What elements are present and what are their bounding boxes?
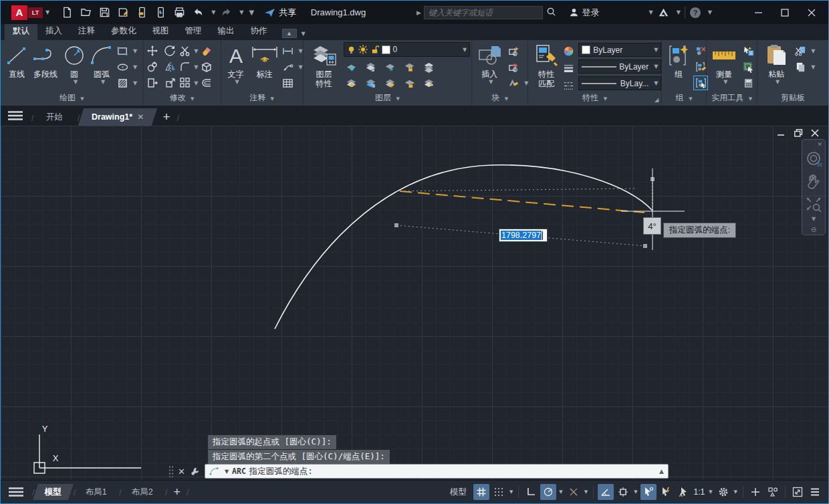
open-drawing-button[interactable]: [78, 5, 94, 21]
panel-label-properties[interactable]: 特性 ▼: [528, 92, 661, 104]
dimension-button[interactable]: 标注: [248, 42, 281, 92]
unisolate-layers-button[interactable]: [364, 76, 378, 90]
group-selection-toggle[interactable]: [694, 76, 707, 90]
cut-caret-icon[interactable]: ▼: [811, 48, 815, 54]
snap-caret-icon[interactable]: ▼: [508, 489, 514, 495]
circle-button[interactable]: 圆 ▼: [61, 42, 88, 92]
ribbon-tab-output[interactable]: 输出: [210, 23, 243, 40]
file-tab-close-icon[interactable]: ✕: [137, 112, 144, 122]
crosshair-customize-button[interactable]: [747, 484, 763, 500]
trim-button[interactable]: ▼: [179, 45, 198, 57]
new-drawing-tab-button[interactable]: +: [162, 110, 170, 124]
layout-tabs-menu-icon[interactable]: [1, 487, 31, 497]
save-to-web-mobile-button[interactable]: [152, 5, 168, 21]
panel-label-groups[interactable]: 组 ▼: [662, 92, 706, 104]
layout-tab-model[interactable]: 模型: [33, 484, 74, 500]
undo-button[interactable]: [190, 5, 206, 21]
properties-dialog-launcher-icon[interactable]: ◢: [655, 97, 659, 103]
redo-button[interactable]: [218, 5, 234, 21]
ribbon-collapse-button[interactable]: ▲ ▼: [282, 29, 306, 38]
autodesk-app-icon[interactable]: [657, 6, 670, 19]
layer-select-dropdown[interactable]: 0 ▼: [344, 42, 471, 57]
command-history-expand-icon[interactable]: ▲: [659, 468, 664, 475]
create-block-button[interactable]: [507, 44, 520, 57]
object-snap-toggle[interactable]: [615, 484, 631, 500]
new-drawing-button[interactable]: [59, 5, 75, 21]
dynamic-input-toggle[interactable]: [658, 484, 674, 500]
panel-label-modify[interactable]: 修改 ▼: [144, 92, 221, 104]
polyline-button[interactable]: 多段线: [30, 42, 61, 92]
zoom-extents-icon[interactable]: [805, 196, 822, 212]
plot-button[interactable]: [171, 5, 187, 21]
search-input[interactable]: [425, 8, 542, 17]
layer-lock-button[interactable]: [403, 60, 417, 74]
navbar-customize-icon[interactable]: ⊖: [811, 226, 816, 233]
navigation-bar[interactable]: ✕ 2D ▼ ⊖: [802, 139, 826, 235]
rotate-button[interactable]: [164, 44, 177, 57]
redo-caret-icon[interactable]: ▼: [239, 9, 243, 15]
lineweight-icon[interactable]: [562, 61, 575, 75]
quick-calculator-button[interactable]: [741, 76, 755, 90]
layout-tab-layout2[interactable]: 布局2: [120, 484, 165, 500]
file-tab-start[interactable]: 开始: [32, 108, 76, 126]
annotation-scale-caret-icon[interactable]: ▼: [707, 489, 713, 495]
polar-tracking-toggle[interactable]: [540, 484, 556, 500]
rectangle-button[interactable]: [116, 44, 129, 57]
mirror-button[interactable]: [164, 60, 177, 74]
linear-dimension-button[interactable]: [281, 44, 295, 57]
osnap-tracking-toggle[interactable]: [598, 484, 614, 500]
help-button[interactable]: ?: [689, 7, 701, 19]
array-button[interactable]: ▼: [179, 77, 198, 89]
pan-hand-icon[interactable]: [806, 173, 822, 191]
object-snap-caret-icon[interactable]: ▼: [632, 489, 638, 495]
turn-on-all-layers-button[interactable]: [345, 76, 358, 90]
copy-clip-button[interactable]: [794, 60, 807, 74]
help-caret-icon[interactable]: ▼: [708, 9, 712, 15]
ribbon-tab-manage[interactable]: 管理: [177, 23, 210, 40]
copy-clip-caret-icon[interactable]: ▼: [811, 64, 815, 70]
drawing-minimize-icon[interactable]: [778, 129, 788, 137]
snap-mode-toggle[interactable]: [491, 484, 507, 500]
lineweight-dropdown[interactable]: ByLayer ▼: [578, 59, 661, 74]
fillet-button[interactable]: ▼: [179, 61, 198, 73]
save-button[interactable]: [96, 5, 112, 21]
insert-block-button[interactable]: 插入 ▼: [475, 42, 504, 92]
panel-label-layers[interactable]: 图层 ▼: [304, 92, 472, 104]
layer-off-button[interactable]: [345, 60, 358, 74]
line-button[interactable]: 直线: [3, 42, 30, 92]
ellipse-caret-icon[interactable]: ▼: [133, 64, 137, 70]
app-menu-button[interactable]: A LT ▼: [11, 5, 49, 20]
panel-label-utilities[interactable]: 实用工具 ▼: [707, 92, 757, 104]
status-customize-button[interactable]: [807, 484, 823, 500]
layer-states-button[interactable]: [423, 60, 436, 74]
panel-label-draw[interactable]: 绘图 ▼: [1, 92, 143, 104]
quick-select-button[interactable]: [741, 44, 755, 57]
isolate-objects-button[interactable]: [765, 484, 781, 500]
edit-attributes-button[interactable]: [507, 76, 520, 90]
annotation-visibility-toggle[interactable]: [675, 484, 691, 500]
text-button[interactable]: A 文字 ▼: [224, 42, 248, 92]
group-edit-button[interactable]: [694, 60, 707, 74]
command-line-customize-icon[interactable]: [190, 467, 200, 477]
command-line-close-icon[interactable]: ✕: [178, 467, 185, 477]
ribbon-tab-annotate[interactable]: 注释: [70, 23, 103, 40]
unlock-all-layers-button[interactable]: [403, 76, 417, 90]
navbar-more-caret-icon[interactable]: ▼: [812, 216, 816, 222]
ortho-toggle[interactable]: [523, 484, 539, 500]
linear-dimension-caret-icon[interactable]: ▼: [299, 48, 303, 54]
clean-screen-button[interactable]: [790, 484, 806, 500]
maximize-button[interactable]: [774, 4, 796, 21]
drawing-close-icon[interactable]: [811, 129, 822, 137]
table-button[interactable]: [281, 76, 295, 90]
annotation-scale-value[interactable]: 1:1: [693, 487, 707, 497]
save-as-button[interactable]: [115, 5, 131, 21]
snap-tracking-cursor-toggle[interactable]: [640, 484, 657, 500]
file-tab-drawing1[interactable]: Drawing1* ✕: [78, 108, 158, 126]
quick-calc-select-button[interactable]: [741, 60, 755, 74]
navbar-close-icon[interactable]: ✕: [817, 141, 822, 148]
hatch-button[interactable]: [116, 76, 129, 90]
measure-button[interactable]: 测量 ▼: [709, 42, 739, 92]
ellipse-button[interactable]: [116, 60, 129, 74]
open-from-web-mobile-button[interactable]: [134, 5, 150, 21]
erase-button[interactable]: [200, 44, 213, 57]
